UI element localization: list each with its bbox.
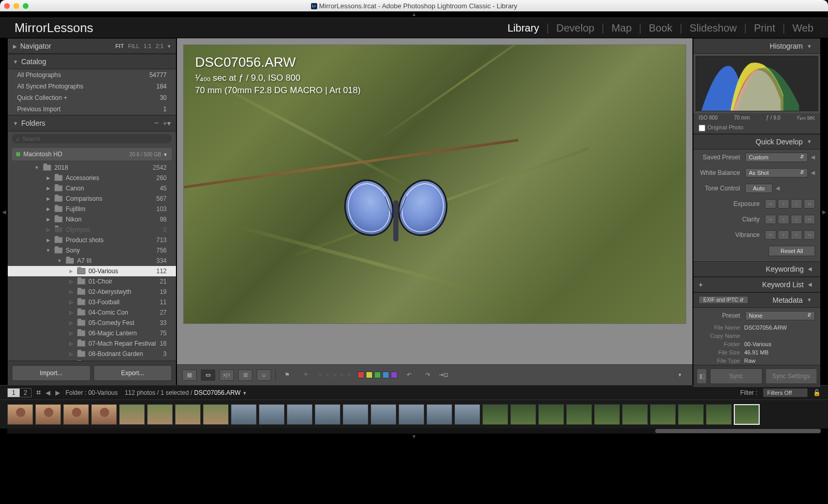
left-panel-toggle[interactable]: ◀: [0, 38, 8, 385]
rating-stars[interactable]: ★★★★★: [317, 371, 353, 379]
vibrance-plus-large[interactable]: ››: [804, 230, 815, 240]
filmstrip-scrollbar[interactable]: [7, 428, 821, 434]
filmstrip[interactable]: [0, 399, 828, 428]
add-folder-button[interactable]: +▾: [163, 119, 171, 127]
module-print[interactable]: Print: [754, 22, 775, 34]
image-preview[interactable]: DSC07056.ARW ¹⁄₄₀₀ sec at ƒ / 9.0, ISO 8…: [183, 45, 686, 324]
toolbar-menu[interactable]: ▾: [673, 369, 687, 381]
rotate-cw-button[interactable]: ↷: [420, 369, 435, 381]
grid-icon[interactable]: [37, 391, 40, 394]
keyword-list-header[interactable]: + Keyword List◀: [693, 277, 820, 292]
folder-row[interactable]: ▷07-Mach Repair Festival16: [8, 338, 176, 349]
thumbnail[interactable]: [398, 404, 424, 425]
wb-select[interactable]: As Shot ⇵: [745, 168, 808, 177]
add-keyword-button[interactable]: +: [699, 280, 703, 289]
auto-tone-button[interactable]: Auto: [745, 184, 773, 193]
nav-zoom-menu[interactable]: ▾: [168, 43, 171, 50]
grid-view-button[interactable]: ▦: [182, 369, 197, 381]
qd-expand-3[interactable]: ◀: [776, 185, 780, 191]
people-view-button[interactable]: ☺: [257, 369, 271, 381]
folder-row[interactable]: ▼A7 III334: [8, 256, 176, 266]
compare-view-button[interactable]: X|Y: [219, 369, 234, 381]
flag-reject-button[interactable]: ⚑: [299, 369, 313, 381]
module-develop[interactable]: Develop: [556, 22, 594, 34]
thumbnail[interactable]: [287, 404, 313, 425]
nav-1to1[interactable]: 1:1: [143, 43, 151, 49]
folder-row[interactable]: ▼Sony756: [8, 245, 176, 256]
maximize-window-button[interactable]: [23, 3, 28, 9]
folder-row[interactable]: ▷Olympus0: [8, 225, 176, 235]
exposure-plus-large[interactable]: ››: [804, 199, 815, 209]
label-red[interactable]: [358, 372, 364, 378]
thumbnail[interactable]: [203, 404, 229, 425]
folder-row[interactable]: ▷04-Comic Con27: [8, 307, 176, 318]
exposure-plus[interactable]: ›: [791, 199, 802, 209]
sync-toggle[interactable]: ◧: [697, 368, 707, 384]
thumbnail[interactable]: [231, 404, 257, 425]
navigator-header[interactable]: ▶Navigator FIT FILL 1:1 2:1 ▾: [8, 38, 176, 54]
rotate-ccw-button[interactable]: ↶: [402, 369, 416, 381]
thumbnail[interactable]: [510, 404, 536, 425]
catalog-header[interactable]: ▼Catalog: [8, 54, 176, 69]
folder-row[interactable]: ▶Fujifilm103: [8, 204, 176, 214]
folder-row[interactable]: ▶Accessories260: [8, 173, 176, 183]
display-1[interactable]: 1: [8, 389, 20, 397]
module-map[interactable]: Map: [612, 22, 632, 34]
export-button[interactable]: Export...: [94, 365, 172, 381]
quick-develop-header[interactable]: Quick Develop▼: [693, 134, 820, 150]
folder-row[interactable]: ▶00-Various112: [8, 266, 176, 276]
folder-row[interactable]: ▶Comparisons567: [8, 194, 176, 204]
thumbnail[interactable]: [706, 404, 732, 425]
thumbnail[interactable]: [343, 404, 368, 425]
thumbnail[interactable]: [175, 404, 201, 425]
catalog-row[interactable]: Quick Collection +30: [8, 92, 176, 103]
remove-folder-button[interactable]: −: [154, 118, 158, 128]
metadata-header[interactable]: EXIF and IPTC ⇵ Metadata▼: [693, 292, 820, 308]
survey-view-button[interactable]: ⊞: [238, 369, 253, 381]
thumbnail[interactable]: [35, 404, 61, 425]
qd-expand-2[interactable]: ◀: [811, 170, 815, 175]
prev-photo-button[interactable]: ◀: [46, 389, 50, 396]
folder-row[interactable]: ▷01-Choir21: [8, 276, 176, 287]
folder-search[interactable]: ⌕ Search: [12, 134, 172, 143]
saved-preset-select[interactable]: Custom ⇵: [745, 153, 808, 162]
folder-row[interactable]: ▶Canon45: [8, 183, 176, 194]
module-library[interactable]: Library: [508, 22, 539, 34]
vibrance-minus-large[interactable]: ‹‹: [765, 230, 776, 240]
thumbnail[interactable]: [147, 404, 173, 425]
folder-row[interactable]: ▷02-Aberystwyth19: [8, 287, 176, 297]
folder-row[interactable]: ▷05-Comedy Fest33: [8, 318, 176, 328]
bottom-panel-toggle[interactable]: ▼: [411, 434, 417, 439]
loupe-view-button[interactable]: ▭: [201, 369, 215, 381]
metadata-filter-pill[interactable]: EXIF and IPTC ⇵: [699, 296, 748, 304]
vibrance-plus[interactable]: ›: [791, 230, 802, 240]
exposure-minus-large[interactable]: ‹‹: [765, 199, 776, 209]
volume-row[interactable]: Macintosh HD 20.6 / 500 GB ▼: [12, 148, 172, 160]
module-slideshow[interactable]: Slideshow: [690, 22, 737, 34]
secondary-display-toggle[interactable]: 1 2: [7, 388, 32, 397]
catalog-row[interactable]: Previous Import1: [8, 103, 176, 115]
minimize-window-button[interactable]: [13, 3, 19, 9]
label-green[interactable]: [374, 372, 381, 378]
thumbnail[interactable]: [371, 404, 396, 425]
thumbnail[interactable]: [594, 404, 620, 425]
metadata-preset-select[interactable]: None ⇵: [745, 311, 815, 320]
histogram-header[interactable]: Histogram▼: [693, 38, 820, 54]
color-labels[interactable]: [358, 372, 397, 378]
thumbnail[interactable]: [7, 404, 33, 425]
filter-lock-icon[interactable]: 🔓: [813, 389, 821, 396]
catalog-row[interactable]: All Photographs54777: [8, 69, 176, 81]
thumbnail[interactable]: [454, 404, 480, 425]
thumbnail[interactable]: [538, 404, 564, 425]
right-panel-toggle[interactable]: ▶: [820, 38, 828, 385]
flag-pick-button[interactable]: ⚑: [280, 369, 294, 381]
close-window-button[interactable]: [4, 3, 10, 9]
histogram-display[interactable]: [696, 56, 818, 111]
nav-fill[interactable]: FILL: [128, 43, 139, 49]
vibrance-minus[interactable]: ‹: [778, 230, 789, 240]
thumbnail[interactable]: [315, 404, 341, 425]
thumbnail[interactable]: [91, 404, 117, 425]
folders-header[interactable]: ▼Folders − +▾: [8, 115, 176, 131]
module-book[interactable]: Book: [649, 22, 673, 34]
display-2[interactable]: 2: [20, 389, 32, 397]
